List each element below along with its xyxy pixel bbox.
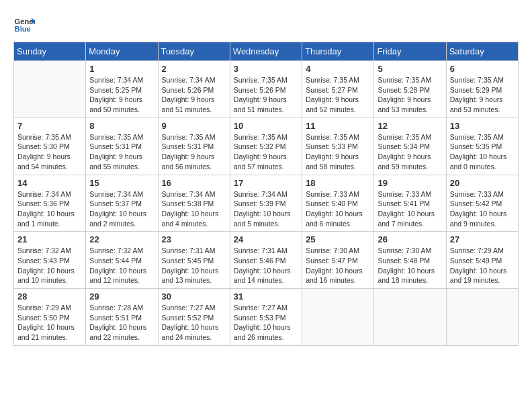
- calendar-cell: 16Sunrise: 7:34 AMSunset: 5:38 PMDayligh…: [158, 175, 230, 232]
- day-number: 29: [89, 291, 154, 302]
- cell-content: Sunrise: 7:27 AMSunset: 5:52 PMDaylight:…: [162, 303, 226, 342]
- day-number: 16: [162, 178, 226, 188]
- cell-content: Sunrise: 7:34 AMSunset: 5:39 PMDaylight:…: [234, 189, 298, 229]
- cell-content: Sunrise: 7:33 AMSunset: 5:40 PMDaylight:…: [306, 189, 370, 229]
- weekday-header-monday: Monday: [86, 42, 158, 61]
- cell-content: Sunrise: 7:35 AMSunset: 5:34 PMDaylight:…: [378, 132, 442, 172]
- calendar-cell: 26Sunrise: 7:30 AMSunset: 5:48 PMDayligh…: [374, 232, 446, 289]
- day-number: 7: [17, 121, 82, 131]
- calendar-cell: 14Sunrise: 7:34 AMSunset: 5:36 PMDayligh…: [14, 175, 86, 232]
- calendar-cell: 12Sunrise: 7:35 AMSunset: 5:34 PMDayligh…: [374, 118, 446, 175]
- cell-content: Sunrise: 7:35 AMSunset: 5:32 PMDaylight:…: [234, 132, 298, 172]
- calendar-cell: 19Sunrise: 7:33 AMSunset: 5:41 PMDayligh…: [374, 175, 446, 232]
- calendar-cell: 20Sunrise: 7:33 AMSunset: 5:42 PMDayligh…: [446, 175, 518, 232]
- cell-content: Sunrise: 7:27 AMSunset: 5:53 PMDaylight:…: [234, 303, 298, 342]
- day-number: 14: [17, 178, 82, 188]
- calendar-cell: 8Sunrise: 7:35 AMSunset: 5:31 PMDaylight…: [86, 118, 158, 175]
- day-number: 8: [89, 121, 154, 131]
- calendar-cell: 21Sunrise: 7:32 AMSunset: 5:43 PMDayligh…: [14, 232, 86, 289]
- cell-content: Sunrise: 7:35 AMSunset: 5:35 PMDaylight:…: [450, 132, 515, 172]
- day-number: 19: [378, 178, 442, 188]
- cell-content: Sunrise: 7:29 AMSunset: 5:49 PMDaylight:…: [450, 246, 515, 285]
- calendar-week-5: 28Sunrise: 7:29 AMSunset: 5:50 PMDayligh…: [14, 289, 519, 346]
- day-number: 30: [162, 291, 226, 302]
- cell-content: Sunrise: 7:34 AMSunset: 5:25 PMDaylight:…: [89, 75, 154, 115]
- calendar-cell: [14, 61, 86, 118]
- day-number: 21: [17, 234, 82, 244]
- calendar-week-3: 14Sunrise: 7:34 AMSunset: 5:36 PMDayligh…: [14, 175, 519, 232]
- calendar-cell: [446, 289, 518, 346]
- calendar-week-2: 7Sunrise: 7:35 AMSunset: 5:30 PMDaylight…: [14, 118, 519, 175]
- cell-content: Sunrise: 7:35 AMSunset: 5:28 PMDaylight:…: [378, 75, 442, 115]
- day-number: 25: [306, 234, 370, 244]
- cell-content: Sunrise: 7:35 AMSunset: 5:27 PMDaylight:…: [306, 75, 370, 115]
- calendar-cell: 7Sunrise: 7:35 AMSunset: 5:30 PMDaylight…: [14, 118, 86, 175]
- day-number: 13: [450, 121, 515, 131]
- day-number: 20: [450, 178, 515, 188]
- day-number: 12: [378, 121, 442, 131]
- weekday-header-wednesday: Wednesday: [230, 42, 302, 61]
- calendar-cell: 11Sunrise: 7:35 AMSunset: 5:33 PMDayligh…: [302, 118, 374, 175]
- day-number: 5: [378, 64, 442, 74]
- calendar-cell: 13Sunrise: 7:35 AMSunset: 5:35 PMDayligh…: [446, 118, 518, 175]
- calendar-cell: 28Sunrise: 7:29 AMSunset: 5:50 PMDayligh…: [14, 289, 86, 346]
- calendar-cell: 24Sunrise: 7:31 AMSunset: 5:46 PMDayligh…: [230, 232, 302, 289]
- cell-content: Sunrise: 7:33 AMSunset: 5:42 PMDaylight:…: [450, 189, 515, 229]
- day-number: 23: [162, 234, 226, 244]
- cell-content: Sunrise: 7:34 AMSunset: 5:38 PMDaylight:…: [162, 189, 226, 229]
- calendar-cell: 4Sunrise: 7:35 AMSunset: 5:27 PMDaylight…: [302, 61, 374, 118]
- calendar-cell: 29Sunrise: 7:28 AMSunset: 5:51 PMDayligh…: [86, 289, 158, 346]
- cell-content: Sunrise: 7:32 AMSunset: 5:44 PMDaylight:…: [89, 246, 154, 285]
- calendar-cell: [302, 289, 374, 346]
- day-number: 15: [89, 178, 154, 188]
- calendar-body: 1Sunrise: 7:34 AMSunset: 5:25 PMDaylight…: [14, 61, 519, 346]
- calendar-cell: 23Sunrise: 7:31 AMSunset: 5:45 PMDayligh…: [158, 232, 230, 289]
- calendar-cell: 9Sunrise: 7:35 AMSunset: 5:31 PMDaylight…: [158, 118, 230, 175]
- day-number: 24: [234, 234, 298, 244]
- calendar-cell: 1Sunrise: 7:34 AMSunset: 5:25 PMDaylight…: [86, 61, 158, 118]
- cell-content: Sunrise: 7:34 AMSunset: 5:26 PMDaylight:…: [162, 75, 226, 115]
- cell-content: Sunrise: 7:31 AMSunset: 5:45 PMDaylight:…: [162, 246, 226, 285]
- weekday-header-saturday: Saturday: [446, 42, 518, 61]
- calendar-week-4: 21Sunrise: 7:32 AMSunset: 5:43 PMDayligh…: [14, 232, 519, 289]
- day-number: 1: [89, 64, 154, 74]
- day-number: 4: [306, 64, 370, 74]
- day-number: 28: [17, 291, 82, 302]
- day-number: 22: [89, 234, 154, 244]
- day-number: 6: [450, 64, 515, 74]
- cell-content: Sunrise: 7:35 AMSunset: 5:31 PMDaylight:…: [89, 132, 154, 172]
- day-number: 31: [234, 291, 298, 302]
- logo-icon: General Blue: [13, 13, 35, 35]
- calendar-cell: 5Sunrise: 7:35 AMSunset: 5:28 PMDaylight…: [374, 61, 446, 118]
- page-header: General Blue: [13, 13, 519, 35]
- cell-content: Sunrise: 7:35 AMSunset: 5:33 PMDaylight:…: [306, 132, 370, 172]
- day-number: 26: [378, 234, 442, 244]
- day-number: 27: [450, 234, 515, 244]
- calendar-cell: 22Sunrise: 7:32 AMSunset: 5:44 PMDayligh…: [86, 232, 158, 289]
- weekday-header-sunday: Sunday: [14, 42, 86, 61]
- day-number: 2: [162, 64, 226, 74]
- calendar-cell: 17Sunrise: 7:34 AMSunset: 5:39 PMDayligh…: [230, 175, 302, 232]
- cell-content: Sunrise: 7:30 AMSunset: 5:48 PMDaylight:…: [378, 246, 442, 285]
- cell-content: Sunrise: 7:30 AMSunset: 5:47 PMDaylight:…: [306, 246, 370, 285]
- calendar-cell: 15Sunrise: 7:34 AMSunset: 5:37 PMDayligh…: [86, 175, 158, 232]
- day-number: 11: [306, 121, 370, 131]
- calendar-table: SundayMondayTuesdayWednesdayThursdayFrid…: [13, 42, 519, 346]
- calendar-cell: 31Sunrise: 7:27 AMSunset: 5:53 PMDayligh…: [230, 289, 302, 346]
- calendar-cell: 3Sunrise: 7:35 AMSunset: 5:26 PMDaylight…: [230, 61, 302, 118]
- cell-content: Sunrise: 7:34 AMSunset: 5:36 PMDaylight:…: [17, 189, 82, 229]
- calendar-week-1: 1Sunrise: 7:34 AMSunset: 5:25 PMDaylight…: [14, 61, 519, 118]
- cell-content: Sunrise: 7:33 AMSunset: 5:41 PMDaylight:…: [378, 189, 442, 229]
- day-number: 18: [306, 178, 370, 188]
- calendar-cell: 25Sunrise: 7:30 AMSunset: 5:47 PMDayligh…: [302, 232, 374, 289]
- day-number: 10: [234, 121, 298, 131]
- calendar-cell: 2Sunrise: 7:34 AMSunset: 5:26 PMDaylight…: [158, 61, 230, 118]
- cell-content: Sunrise: 7:31 AMSunset: 5:46 PMDaylight:…: [234, 246, 298, 285]
- cell-content: Sunrise: 7:29 AMSunset: 5:50 PMDaylight:…: [17, 303, 82, 342]
- weekday-header-thursday: Thursday: [302, 42, 374, 61]
- calendar-cell: 18Sunrise: 7:33 AMSunset: 5:40 PMDayligh…: [302, 175, 374, 232]
- cell-content: Sunrise: 7:34 AMSunset: 5:37 PMDaylight:…: [89, 189, 154, 229]
- weekday-header-friday: Friday: [374, 42, 446, 61]
- logo: General Blue: [13, 13, 35, 35]
- calendar-cell: [374, 289, 446, 346]
